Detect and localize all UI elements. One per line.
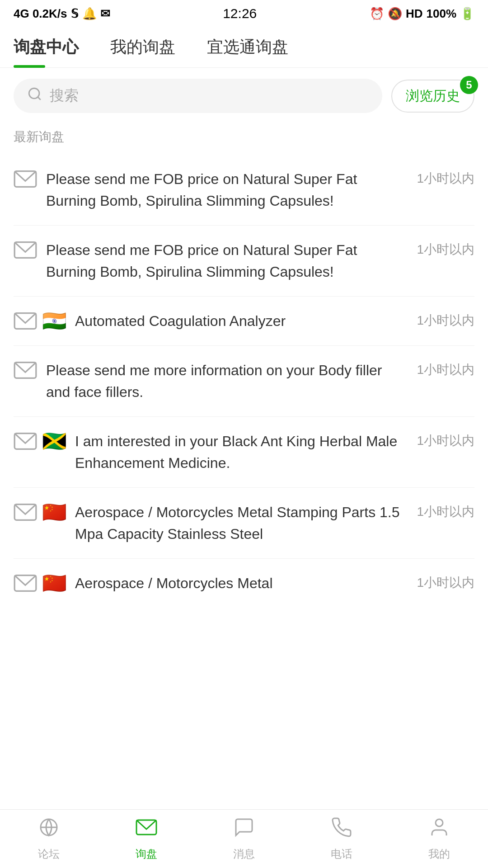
tab-bar: 询盘中心 我的询盘 宜选通询盘 [0, 27, 488, 68]
inquiry-time: 1小时以内 [417, 168, 474, 187]
tab-inquiry-center[interactable]: 询盘中心 [14, 27, 92, 68]
svg-line-1 [38, 97, 41, 100]
inquiry-text: Please send me FOB price on Natural Supe… [46, 239, 408, 283]
inquiry-text: Aerospace / Motorcycles Metal Stamping P… [75, 501, 408, 545]
icon-area [14, 359, 37, 379]
history-badge: 5 [460, 76, 478, 94]
flag-icon: 🇯🇲 [42, 432, 66, 450]
inquiry-text: Aerospace / Motorcycles Metal [75, 572, 408, 594]
nav-item-询盘[interactable]: 询盘 [98, 810, 195, 868]
chat-icon [233, 816, 255, 843]
tab-my-inquiry[interactable]: 我的询盘 [110, 27, 189, 68]
inquiry-time: 1小时以内 [417, 501, 474, 520]
bell-icon: 🔔 [82, 7, 97, 21]
s-icon: 𝕊 [71, 7, 79, 21]
inquiry-item[interactable]: 🇮🇳Automated Coagulation Analyzer1小时以内 [14, 297, 474, 346]
inquiry-item[interactable]: 🇨🇳Aerospace / Motorcycles Metal Stamping… [14, 488, 474, 559]
msg-icon: ✉ [100, 7, 110, 21]
mail-icon [14, 432, 37, 450]
inquiry-item[interactable]: Please send me FOB price on Natural Supe… [14, 155, 474, 226]
icon-area [14, 239, 37, 259]
icon-area: 🇨🇳 [14, 501, 66, 521]
svg-point-11 [436, 819, 443, 826]
inquiry-text: Please send me more information on your … [46, 359, 408, 403]
phone-icon [331, 816, 352, 843]
search-placeholder: 搜索 [50, 86, 79, 106]
inquiry-item[interactable]: 🇨🇳Aerospace / Motorcycles Metal1小时以内 [14, 559, 474, 608]
inquiry-text: I am interested in your Black Ant King H… [75, 430, 408, 474]
mail-icon [14, 503, 37, 521]
nav-item-消息[interactable]: 消息 [195, 810, 293, 868]
mail-icon [14, 241, 37, 259]
status-time: 12:26 [223, 6, 257, 21]
tab-selected-inquiry[interactable]: 宜选通询盘 [207, 27, 302, 68]
inquiry-time: 1小时以内 [417, 359, 474, 378]
nav-label: 询盘 [136, 847, 157, 861]
mail-icon [14, 361, 37, 379]
inquiry-time: 1小时以内 [417, 239, 474, 258]
nav-item-我的[interactable]: 我的 [390, 810, 488, 868]
inquiry-content: I am interested in your Black Ant King H… [75, 430, 408, 474]
alarm-icon: ⏰ [370, 7, 384, 21]
user-icon [428, 816, 450, 843]
status-left: 4G 0.2K/s 𝕊 🔔 ✉ [14, 7, 110, 21]
mail-icon [136, 816, 157, 843]
nav-label: 论坛 [38, 847, 60, 861]
inquiry-list: Please send me FOB price on Natural Supe… [0, 155, 488, 608]
inquiry-time: 1小时以内 [417, 310, 474, 329]
search-box[interactable]: 搜索 [14, 79, 382, 113]
inquiry-content: Aerospace / Motorcycles Metal Stamping P… [75, 501, 408, 545]
search-area: 搜索 浏览历史 5 [0, 68, 488, 124]
battery-icon: 🔋 [460, 7, 474, 21]
status-right: ⏰ 🔕 HD 100% 🔋 [370, 7, 474, 21]
mail-icon [14, 170, 37, 188]
history-button[interactable]: 浏览历史 5 [391, 80, 474, 113]
battery-text: 100% [427, 7, 457, 21]
search-icon [27, 86, 42, 105]
inquiry-content: Please send me FOB price on Natural Supe… [46, 239, 408, 283]
nav-item-论坛[interactable]: 论坛 [0, 810, 98, 868]
nav-label: 我的 [428, 847, 450, 861]
content-area: Please send me FOB price on Natural Supe… [0, 155, 488, 671]
icon-area: 🇨🇳 [14, 572, 66, 592]
bottom-nav: 论坛询盘消息电话我的 [0, 809, 488, 868]
inquiry-content: Please send me FOB price on Natural Supe… [46, 168, 408, 212]
mail-icon [14, 312, 37, 330]
nav-label: 消息 [233, 847, 255, 861]
svg-point-0 [29, 88, 39, 99]
nav-item-电话[interactable]: 电话 [293, 810, 390, 868]
inquiry-item[interactable]: 🇯🇲I am interested in your Black Ant King… [14, 417, 474, 488]
mail-icon [14, 574, 37, 592]
flag-icon: 🇨🇳 [42, 574, 66, 592]
section-label: 最新询盘 [0, 124, 488, 155]
flag-icon: 🇮🇳 [42, 312, 66, 330]
hd-text: HD [406, 7, 423, 21]
status-bar: 4G 0.2K/s 𝕊 🔔 ✉ 12:26 ⏰ 🔕 HD 100% 🔋 [0, 0, 488, 27]
inquiry-text: Automated Coagulation Analyzer [75, 310, 408, 332]
icon-area [14, 168, 37, 188]
inquiry-time: 1小时以内 [417, 430, 474, 449]
nav-label: 电话 [331, 847, 352, 861]
inquiry-content: Please send me more information on your … [46, 359, 408, 403]
inquiry-content: Automated Coagulation Analyzer [75, 310, 408, 332]
icon-area: 🇮🇳 [14, 310, 66, 330]
flag-icon: 🇨🇳 [42, 503, 66, 521]
icon-area: 🇯🇲 [14, 430, 66, 450]
forum-icon [38, 816, 60, 843]
inquiry-item[interactable]: Please send me more information on your … [14, 346, 474, 417]
inquiry-item[interactable]: Please send me FOB price on Natural Supe… [14, 226, 474, 297]
inquiry-text: Please send me FOB price on Natural Supe… [46, 168, 408, 212]
mute-icon: 🔕 [388, 7, 402, 21]
inquiry-content: Aerospace / Motorcycles Metal [75, 572, 408, 594]
inquiry-time: 1小时以内 [417, 572, 474, 591]
signal-text: 4G 0.2K/s [14, 7, 67, 21]
